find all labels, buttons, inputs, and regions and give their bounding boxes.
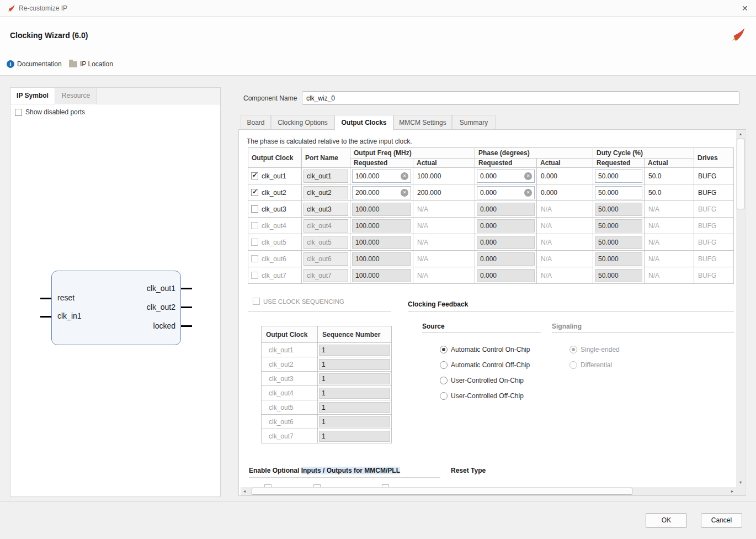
use-clock-sequencing-label: USE CLOCK SEQUENCING xyxy=(263,298,344,305)
port-stub xyxy=(181,325,192,327)
scroll-down-arrow[interactable]: ▾ xyxy=(736,479,745,487)
tab-mmcm-settings[interactable]: MMCM Settings xyxy=(393,115,452,130)
show-disabled-ports[interactable]: Show disabled ports xyxy=(15,108,85,116)
tab-board[interactable]: Board xyxy=(241,115,271,130)
tab-summary[interactable]: Summary xyxy=(452,115,496,130)
phase-requested-field: 0.000 xyxy=(477,203,535,216)
phase-requested-field: 0.000 xyxy=(477,219,535,232)
ip-location-link[interactable]: IP Location xyxy=(69,60,113,68)
duty-requested-field[interactable]: 50.000 xyxy=(595,186,642,199)
duty-actual-value: N/A xyxy=(645,251,694,267)
output-clock-checkbox[interactable] xyxy=(251,189,258,196)
radio-automatic-control-on-chip[interactable]: Automatic Control On-Chip xyxy=(440,346,530,353)
port-name-field[interactable]: clk_out2 xyxy=(304,186,348,199)
radio-user-controlled-on-chip[interactable]: User-Controlled On-Chip xyxy=(440,377,524,384)
tab-output-clocks[interactable]: Output Clocks xyxy=(334,115,393,130)
radio-automatic-control-off-chip[interactable]: Automatic Control Off-Chip xyxy=(440,361,530,369)
sequence-number-field: 1 xyxy=(319,416,390,427)
phase-requested-field: 0.000 xyxy=(477,252,535,266)
duty-actual-value: N/A xyxy=(645,234,694,251)
scroll-left-arrow[interactable]: ◂ xyxy=(241,487,248,495)
sequence-number-field: 1 xyxy=(319,359,390,370)
port-name-field[interactable]: clk_out1 xyxy=(304,170,348,183)
port-label: clk_out2 xyxy=(109,303,175,311)
col-header-port-name: Port Name xyxy=(302,148,350,168)
freq-requested-field[interactable]: 200.000 xyxy=(352,186,411,199)
phase-requested-value: 0.000 xyxy=(480,172,497,180)
sequence-clock-label: clk_out7 xyxy=(262,429,318,443)
port-stub xyxy=(40,316,51,318)
table-row: clk_out1 clk_out1 100.000 100.000 0.000 … xyxy=(248,168,734,184)
phase-note: The phase is calculated relative to the … xyxy=(247,138,412,145)
close-icon[interactable]: ✕ xyxy=(742,4,748,13)
table-row: clk_out51 xyxy=(262,400,392,415)
folder-icon xyxy=(69,61,77,67)
table-row: clk_out21 xyxy=(262,357,392,372)
output-clock-checkbox[interactable] xyxy=(251,172,258,179)
phase-requested-field[interactable]: 0.000 xyxy=(477,186,535,199)
tab-clocking-options[interactable]: Clocking Options xyxy=(271,115,334,130)
output-clock-label: clk_out3 xyxy=(262,205,286,213)
output-clock-checkbox[interactable] xyxy=(251,205,258,213)
freq-requested-field[interactable]: 100.000 xyxy=(352,170,411,183)
radio-icon[interactable] xyxy=(440,361,448,369)
freq-requested-field: 100.000 xyxy=(352,236,411,249)
tab-resource[interactable]: Resource xyxy=(55,88,97,104)
output-clock-checkbox xyxy=(251,222,258,229)
duty-actual-value: N/A xyxy=(645,201,694,218)
radio-label: Automatic Control On-Chip xyxy=(451,346,530,353)
output-clocks-table: Output Clock Port Name Output Freq (MHz)… xyxy=(248,147,734,284)
phase-requested-value: 0.000 xyxy=(480,189,497,197)
sequence-clock-label: clk_out4 xyxy=(262,386,318,400)
ok-button[interactable]: OK xyxy=(646,513,687,528)
duty-requested-field[interactable]: 50.000 xyxy=(595,170,642,183)
col-header-actual: Actual xyxy=(645,158,694,168)
table-row: clk_out11 xyxy=(262,343,392,357)
phase-requested-field[interactable]: 0.000 xyxy=(477,170,535,183)
clear-icon[interactable] xyxy=(401,189,408,197)
freq-requested-value: 100.000 xyxy=(355,172,379,180)
radio-label: Automatic Control Off-Chip xyxy=(451,361,530,369)
col-header-duty-cycle: Duty Cycle (%) xyxy=(593,148,694,158)
radio-user-controlled-off-chip[interactable]: User-Controlled Off-Chip xyxy=(440,392,524,400)
radio-icon xyxy=(569,361,577,369)
freq-actual-value: 100.000 xyxy=(413,168,475,184)
footer-divider xyxy=(0,501,756,502)
component-name-label: Component Name xyxy=(243,94,297,102)
documentation-link[interactable]: Documentation xyxy=(7,60,62,68)
dialog-header: Clocking Wizard (6.0) Documentation IP L… xyxy=(0,17,756,76)
clear-icon[interactable] xyxy=(401,172,408,180)
scroll-up-arrow[interactable]: ▴ xyxy=(736,130,745,138)
drives-value[interactable]: BUFG xyxy=(694,184,734,201)
show-disabled-ports-checkbox[interactable] xyxy=(15,109,22,116)
phase-actual-value: N/A xyxy=(537,234,593,251)
optional-io-heading-prefix: Enable Optional xyxy=(249,467,301,474)
sequence-table: Output Clock Sequence Number clk_out11 c… xyxy=(261,326,392,443)
output-clock-label: clk_out1 xyxy=(262,172,286,180)
radio-icon[interactable] xyxy=(440,377,448,384)
clear-icon[interactable] xyxy=(524,189,532,197)
radio-single-ended: Single-ended xyxy=(569,346,620,353)
freq-actual-value: 200.000 xyxy=(413,184,475,201)
clear-icon[interactable] xyxy=(524,172,532,180)
scrollbar-thumb[interactable] xyxy=(252,488,632,495)
divider xyxy=(248,311,391,312)
col-header-actual: Actual xyxy=(537,158,593,168)
duty-requested-field: 50.000 xyxy=(595,203,642,216)
freq-actual-value: N/A xyxy=(413,251,475,267)
drives-value[interactable]: BUFG xyxy=(694,168,734,184)
radio-icon[interactable] xyxy=(440,346,448,353)
component-name-input[interactable] xyxy=(302,91,739,105)
radio-icon xyxy=(569,346,577,353)
scroll-right-arrow[interactable]: ▸ xyxy=(728,487,736,495)
duty-requested-field: 50.000 xyxy=(595,269,642,282)
cancel-button[interactable]: Cancel xyxy=(701,513,742,528)
sequence-number-field: 1 xyxy=(319,431,390,442)
scrollbar-thumb[interactable] xyxy=(737,139,744,209)
radio-icon[interactable] xyxy=(440,392,448,400)
use-clock-sequencing-checkbox xyxy=(253,298,260,305)
freq-actual-value: N/A xyxy=(413,234,475,251)
xilinx-logo-icon xyxy=(7,4,15,13)
tab-ip-symbol[interactable]: IP Symbol xyxy=(10,87,55,104)
sequence-clock-label: clk_out1 xyxy=(262,343,318,357)
